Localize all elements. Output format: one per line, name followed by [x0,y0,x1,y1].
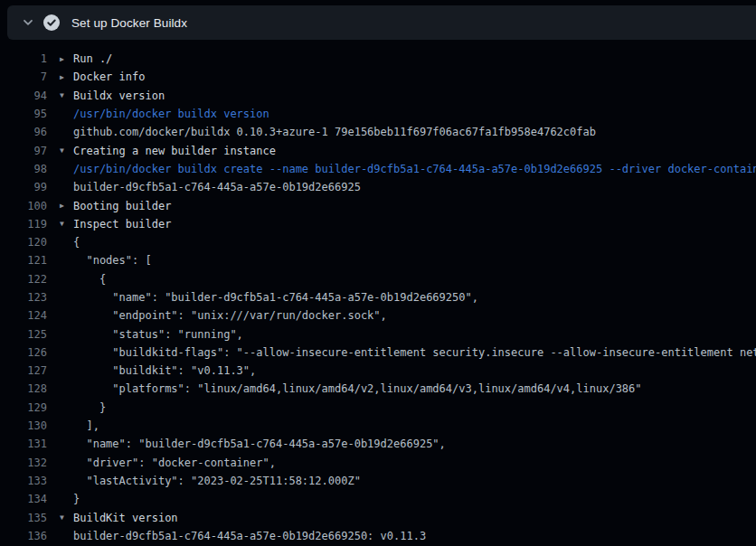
log-group-row[interactable]: 1▶Run ./ [0,50,756,68]
log-group-title: Creating a new builder instance [73,145,756,157]
log-output-text: builder-d9cfb5a1-c764-445a-a57e-0b19d2e6… [73,530,756,542]
log-line-number[interactable]: 134 [0,493,47,505]
collapse-triangle-icon[interactable]: ▼ [60,513,73,522]
log-command-text: /usr/bin/docker buildx version [73,108,756,120]
log-group-row[interactable]: 100▶Booting builder [0,196,756,214]
log-output-text: } [73,493,756,505]
log-line: 131 "name": "builder-d9cfb5a1-c764-445a-… [0,435,756,453]
log-line-number[interactable]: 97 [0,145,47,157]
log-line: 122 { [0,270,756,288]
log-line-number[interactable]: 98 [0,163,47,175]
step-title: Set up Docker Buildx [71,16,187,30]
log-line-number[interactable]: 121 [0,254,47,267]
log-group-title: Run ./ [73,52,756,65]
chevron-down-icon[interactable] [16,11,40,34]
log-line: 128 "platforms": "linux/amd64,linux/amd6… [0,380,756,398]
expand-triangle-icon[interactable]: ▶ [60,72,73,80]
log-group-row[interactable]: 135▼BuildKit version [0,508,756,526]
log-output-text: builder-d9cfb5a1-c764-445a-a57e-0b19d2e6… [73,181,756,193]
log-output-text: "name": "builder-d9cfb5a1-c764-445a-a57e… [73,291,756,304]
expand-triangle-icon[interactable]: ▶ [60,54,73,62]
collapse-triangle-icon[interactable]: ▼ [60,146,73,155]
log-viewer: 1▶Run ./7▶Docker info94▼Buildx version95… [0,50,756,545]
log-output-text: "buildkitd-flags": "--allow-insecure-ent… [73,346,756,359]
log-group-row[interactable]: 94▼Buildx version [0,87,756,105]
log-line-number[interactable]: 7 [0,71,47,83]
log-output-text: "platforms": "linux/amd64,linux/amd64/v2… [73,382,756,395]
log-line-number[interactable]: 125 [0,328,47,341]
log-output-text: github.com/docker/buildx 0.10.3+azure-1 … [73,126,756,138]
log-group-row[interactable]: 97▼Creating a new builder instance [0,141,756,159]
log-line-number[interactable]: 128 [0,382,47,395]
log-group-title: Booting builder [73,200,756,212]
log-line: 98/usr/bin/docker buildx create --name b… [0,160,756,178]
log-line: 125 "status": "running", [0,325,756,343]
log-output-text: { [73,273,756,286]
log-line-number[interactable]: 127 [0,364,47,377]
log-line: 120{ [0,233,756,251]
log-line-number[interactable]: 94 [0,89,47,102]
log-group-row[interactable]: 7▶Docker info [0,68,756,86]
log-output-text: "buildkit": "v0.11.3", [73,364,756,377]
log-output-text: "name": "builder-d9cfb5a1-c764-445a-a57e… [73,438,756,450]
log-line-number[interactable]: 96 [0,126,47,138]
log-line-number[interactable]: 130 [0,419,47,432]
log-line-number[interactable]: 126 [0,346,47,359]
log-line-number[interactable]: 129 [0,401,47,414]
log-line: 123 "name": "builder-d9cfb5a1-c764-445a-… [0,288,756,306]
log-output-text: "nodes": [ [73,254,756,267]
log-line: 95/usr/bin/docker buildx version [0,105,756,123]
log-line: 132 "driver": "docker-container", [0,454,756,472]
log-line: 133 "lastActivity": "2023-02-25T11:58:12… [0,472,756,490]
log-output-text: ], [73,419,756,432]
log-output-text: "lastActivity": "2023-02-25T11:58:12.000… [73,475,756,487]
log-line-number[interactable]: 120 [0,236,47,249]
log-line-number[interactable]: 119 [0,218,47,231]
log-group-row[interactable]: 119▼Inspect builder [0,215,756,233]
log-line-number[interactable]: 95 [0,108,47,120]
log-output-text: "status": "running", [73,328,756,341]
log-line: 130 ], [0,417,756,435]
log-line-number[interactable]: 132 [0,457,47,469]
log-line: 136builder-d9cfb5a1-c764-445a-a57e-0b19d… [0,527,756,545]
step-header[interactable]: Set up Docker Buildx [7,5,756,40]
log-line: 96github.com/docker/buildx 0.10.3+azure-… [0,123,756,141]
log-line-number[interactable]: 133 [0,475,47,487]
log-line-number[interactable]: 99 [0,181,47,193]
log-output-text: } [73,401,756,414]
log-line-number[interactable]: 135 [0,512,47,524]
log-group-title: BuildKit version [73,512,756,524]
log-line-number[interactable]: 124 [0,309,47,322]
log-line-number[interactable]: 1 [0,52,47,65]
log-group-title: Inspect builder [73,218,756,231]
log-line-number[interactable]: 122 [0,273,47,286]
log-line: 129 } [0,399,756,417]
log-line: 124 "endpoint": "unix:///var/run/docker.… [0,306,756,325]
log-line-number[interactable]: 100 [0,200,47,212]
log-group-title: Docker info [73,71,756,83]
log-output-text: "endpoint": "unix:///var/run/docker.sock… [73,309,756,322]
check-circle-icon [43,14,60,31]
log-line: 127 "buildkit": "v0.11.3", [0,362,756,380]
collapse-triangle-icon[interactable]: ▼ [60,91,73,99]
log-line-number[interactable]: 131 [0,438,47,450]
log-line: 121 "nodes": [ [0,251,756,269]
log-line: 99builder-d9cfb5a1-c764-445a-a57e-0b19d2… [0,178,756,196]
log-command-text: /usr/bin/docker buildx create --name bui… [73,163,756,175]
log-line-number[interactable]: 123 [0,291,47,304]
log-output-text: "driver": "docker-container", [73,457,756,469]
log-line: 126 "buildkitd-flags": "--allow-insecure… [0,344,756,362]
log-line: 134} [0,490,756,508]
log-line-number[interactable]: 136 [0,530,47,542]
collapse-triangle-icon[interactable]: ▼ [60,220,73,228]
expand-triangle-icon[interactable]: ▶ [60,202,73,210]
log-output-text: { [73,236,756,249]
log-group-title: Buildx version [73,89,756,102]
